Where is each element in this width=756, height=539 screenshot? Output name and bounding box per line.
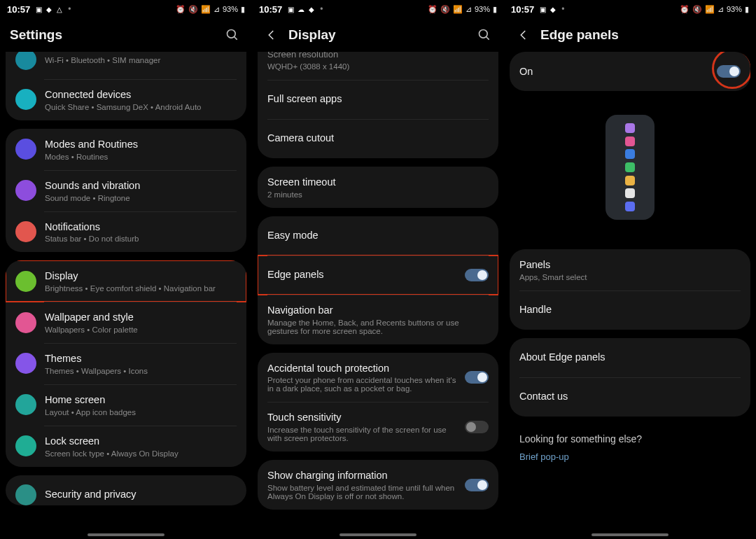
list-item-sub: Protect your phone from accidental touch… bbox=[267, 376, 456, 393]
list-item-label: Show charging information bbox=[267, 469, 456, 482]
display-item-touch-sensitivity[interactable]: Touch sensitivity Increase the touch sen… bbox=[258, 402, 498, 451]
list-item-sub: Quick Share • Samsung DeX • Android Auto bbox=[45, 103, 237, 111]
preview-app-icon bbox=[625, 149, 635, 159]
list-item-sub: Screen lock type • Always On Display bbox=[45, 449, 237, 458]
display-item-fullscreen-apps[interactable]: Full screen apps bbox=[258, 80, 498, 119]
themes-icon bbox=[15, 353, 36, 374]
display-item-accidental-touch[interactable]: Accidental touch protection Protect your… bbox=[258, 353, 498, 402]
touch-sensitivity-toggle[interactable] bbox=[465, 421, 489, 433]
signal-icon: ⊿ bbox=[718, 5, 724, 14]
status-cloud-icon: ☁ bbox=[297, 5, 305, 13]
list-item-label: Security and privacy bbox=[45, 488, 237, 501]
list-item-label: Lock screen bbox=[45, 435, 237, 448]
modes-icon bbox=[15, 139, 36, 160]
edge-panels-toggle[interactable] bbox=[465, 269, 489, 281]
list-item-label: Connected devices bbox=[45, 88, 237, 102]
edge-panels-item-panels[interactable]: Panels Apps, Smart select bbox=[510, 249, 750, 290]
looking-for-else-label: Looking for something else? bbox=[515, 426, 745, 449]
list-item-sub: Wi-Fi • Bluetooth • SIM manager bbox=[45, 56, 237, 64]
search-button[interactable] bbox=[475, 28, 494, 42]
list-item-label: Wallpaper and style bbox=[45, 311, 237, 324]
status-app-icon: ◆ bbox=[45, 5, 53, 13]
list-item-label: Accidental touch protection bbox=[267, 362, 456, 375]
nav-handle[interactable] bbox=[340, 533, 416, 536]
back-button[interactable] bbox=[514, 29, 533, 41]
settings-item-connections[interactable]: Wi-Fi • Bluetooth • SIM manager bbox=[6, 52, 246, 79]
display-item-edge-panels[interactable]: Edge panels bbox=[258, 255, 498, 295]
settings-item-connected-devices[interactable]: Connected devices Quick Share • Samsung … bbox=[6, 79, 246, 120]
brief-popup-link[interactable]: Brief pop-up bbox=[515, 449, 745, 465]
alarm-icon: ⏰ bbox=[428, 5, 438, 14]
nav-handle[interactable] bbox=[592, 533, 668, 536]
edge-panels-master-toggle[interactable] bbox=[717, 65, 741, 78]
svg-point-2 bbox=[479, 30, 488, 38]
preview-app-icon bbox=[625, 202, 635, 211]
display-item-navigation-bar[interactable]: Navigation bar Manage the Home, Back, an… bbox=[258, 295, 498, 344]
list-item-sub: Sound mode • Ringtone bbox=[45, 194, 237, 202]
settings-item-wallpaper[interactable]: Wallpaper and style Wallpapers • Color p… bbox=[6, 302, 246, 343]
settings-item-lock-screen[interactable]: Lock screen Screen lock type • Always On… bbox=[6, 426, 246, 467]
settings-item-security[interactable]: Security and privacy bbox=[6, 475, 246, 505]
settings-item-sounds[interactable]: Sounds and vibration Sound mode • Ringto… bbox=[6, 170, 246, 211]
status-time: 10:57 bbox=[259, 4, 282, 15]
list-item-label: Home screen bbox=[45, 393, 237, 407]
wallpaper-icon bbox=[15, 312, 36, 333]
page-title: Settings bbox=[10, 27, 223, 43]
display-item-easy-mode[interactable]: Easy mode bbox=[258, 216, 498, 255]
display-item-screen-timeout[interactable]: Screen timeout 2 minutes bbox=[258, 167, 498, 208]
edge-panels-master-row[interactable]: On bbox=[510, 52, 750, 91]
preview-app-icon bbox=[625, 136, 635, 146]
home-screen-icon bbox=[15, 394, 36, 415]
list-item-sub: Status bar • Do not disturb bbox=[45, 234, 237, 243]
accidental-touch-toggle[interactable] bbox=[465, 371, 489, 384]
preview-app-icon bbox=[625, 162, 635, 172]
svg-point-0 bbox=[227, 30, 236, 38]
edge-panels-header: Edge panels bbox=[504, 18, 756, 52]
battery-icon: ▮ bbox=[745, 5, 749, 14]
wifi-icon: 📶 bbox=[453, 5, 463, 14]
settings-item-home[interactable]: Home screen Layout • App icon badges bbox=[6, 384, 246, 426]
nav-handle[interactable] bbox=[88, 533, 164, 536]
show-charging-toggle[interactable] bbox=[465, 479, 489, 491]
svg-line-1 bbox=[234, 37, 237, 40]
status-overflow-icon bbox=[320, 4, 323, 14]
sounds-icon bbox=[15, 180, 36, 201]
preview-app-icon bbox=[625, 176, 635, 186]
edge-panels-item-contact[interactable]: Contact us bbox=[510, 377, 750, 416]
display-header: Display bbox=[252, 18, 504, 52]
settings-item-themes[interactable]: Themes Themes • Wallpapers • Icons bbox=[6, 343, 246, 384]
back-button[interactable] bbox=[262, 29, 281, 41]
list-item-label: Display bbox=[45, 270, 237, 283]
edge-panels-item-handle[interactable]: Handle bbox=[510, 290, 750, 330]
search-button[interactable] bbox=[223, 28, 242, 42]
settings-item-notifications[interactable]: Notifications Status bar • Do not distur… bbox=[6, 211, 246, 253]
settings-item-display[interactable]: Display Brightness • Eye comfort shield … bbox=[6, 260, 246, 302]
display-item-camera-cutout[interactable]: Camera cutout bbox=[258, 119, 498, 158]
list-item-sub: Modes • Routines bbox=[45, 153, 237, 161]
list-item-label: About Edge panels bbox=[519, 351, 741, 364]
edge-panel-preview bbox=[510, 99, 750, 241]
settings-item-modes[interactable]: Modes and Routines Modes • Routines bbox=[6, 129, 246, 170]
display-item-resolution[interactable]: Screen resolution WQHD+ (3088 x 1440) bbox=[258, 52, 498, 80]
alarm-icon: ⏰ bbox=[680, 5, 690, 14]
list-item-label: Modes and Routines bbox=[45, 138, 237, 151]
list-item-label: Navigation bar bbox=[267, 304, 489, 317]
battery-percent: 93% bbox=[475, 5, 490, 13]
edge-panels-item-about[interactable]: About Edge panels bbox=[510, 338, 750, 377]
settings-header: Settings bbox=[0, 18, 252, 52]
mute-icon: 🔇 bbox=[692, 5, 702, 14]
list-item-sub: Layout • App icon badges bbox=[45, 408, 237, 416]
mute-icon: 🔇 bbox=[440, 5, 450, 14]
list-item-sub: Apps, Smart select bbox=[519, 273, 741, 281]
list-item-label: Screen timeout bbox=[267, 176, 489, 189]
status-overflow-icon bbox=[561, 4, 564, 14]
list-item-label: Edge panels bbox=[267, 268, 456, 281]
gallery-indicator-icon: ▣ bbox=[538, 5, 547, 13]
list-item-label: Panels bbox=[519, 258, 741, 272]
status-bar: 10:57 ▣ ◆ △ ⏰ 🔇 📶 ⊿ 93% ▮ bbox=[0, 0, 252, 18]
list-item-sub: WQHD+ (3088 x 1440) bbox=[267, 62, 489, 71]
preview-app-icon bbox=[625, 188, 635, 198]
edge-panel-preview-panel bbox=[606, 115, 654, 220]
lock-screen-icon bbox=[15, 435, 36, 456]
display-item-show-charging[interactable]: Show charging information Show battery l… bbox=[258, 460, 498, 510]
